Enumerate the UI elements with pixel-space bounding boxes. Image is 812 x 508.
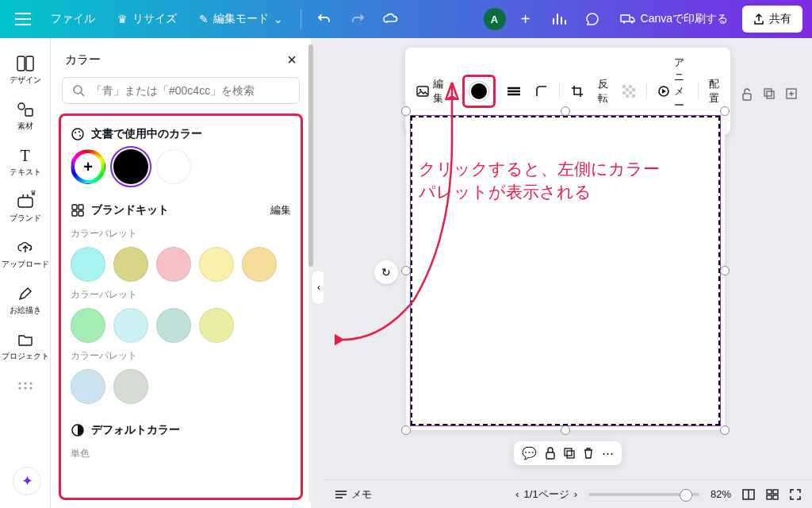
trash-icon[interactable]: [583, 447, 594, 460]
color-swatch[interactable]: [156, 149, 191, 184]
add-member-button[interactable]: +: [512, 6, 539, 33]
cloud-sync-icon[interactable]: [377, 6, 404, 33]
svg-rect-44: [767, 495, 772, 499]
folder-icon: [16, 330, 35, 349]
resize-handle[interactable]: [401, 425, 411, 435]
color-swatch[interactable]: [242, 247, 277, 282]
sync-button[interactable]: ↻: [374, 260, 398, 284]
menu-button[interactable]: [10, 6, 36, 33]
image-icon: [416, 86, 429, 97]
crop-button[interactable]: [568, 82, 587, 101]
annotation-highlight: [462, 75, 496, 108]
color-search[interactable]: [62, 77, 300, 104]
section-brand-kit: ブランドキット: [91, 203, 169, 217]
fill-color-button[interactable]: [466, 79, 492, 104]
rail-upload[interactable]: アップロード: [2, 232, 49, 276]
section-doc-colors: 文書で使用中のカラー: [91, 127, 202, 141]
border-style-button[interactable]: [504, 83, 524, 99]
comment-button[interactable]: [579, 6, 606, 33]
svg-rect-38: [546, 452, 554, 459]
edit-brand-button[interactable]: 編集: [270, 203, 291, 217]
svg-rect-5: [25, 109, 33, 116]
analytics-button[interactable]: [546, 6, 573, 33]
duplicate-page-button[interactable]: [763, 87, 776, 102]
resize-handle[interactable]: [561, 106, 570, 116]
rail-project[interactable]: プロジェクト: [2, 324, 49, 368]
rail-apps[interactable]: [2, 370, 49, 402]
more-icon[interactable]: ⋯: [602, 446, 614, 460]
svg-rect-23: [417, 87, 428, 96]
grid-icon: [16, 376, 35, 395]
color-swatch[interactable]: [113, 308, 148, 343]
rail-elements[interactable]: 素材: [2, 94, 49, 138]
color-swatch[interactable]: [156, 308, 191, 343]
print-button[interactable]: Canvaで印刷する: [612, 6, 736, 33]
palette-label: カラーパレット: [67, 287, 294, 308]
palette-icon: [71, 127, 85, 141]
svg-point-4: [18, 103, 25, 110]
color-swatch[interactable]: [113, 369, 148, 404]
comment-icon[interactable]: 💬: [522, 446, 537, 460]
resize-handle[interactable]: [401, 106, 411, 116]
edit-mode-menu[interactable]: ✎ 編集モード ⌄: [191, 6, 291, 33]
prev-page-button[interactable]: ‹: [515, 488, 519, 500]
color-swatch[interactable]: [113, 247, 148, 282]
floating-toolbar: 💬 ⋯: [514, 441, 622, 465]
lock-button[interactable]: [741, 87, 753, 102]
rail-design[interactable]: デザイン: [2, 48, 49, 92]
page-indicator: 1/1ページ: [524, 487, 569, 502]
lock-icon[interactable]: [545, 447, 556, 460]
flip-button[interactable]: 反転: [595, 74, 611, 109]
color-swatch[interactable]: [71, 369, 105, 404]
shapes-icon: [16, 100, 35, 119]
svg-point-15: [75, 132, 76, 133]
divider: [301, 10, 301, 29]
zoom-value: 82%: [710, 488, 731, 500]
color-swatch[interactable]: [199, 247, 234, 282]
resize-menu[interactable]: ♛ リサイズ: [109, 6, 185, 33]
corner-button[interactable]: [532, 82, 551, 101]
svg-point-10: [18, 387, 21, 390]
magic-button[interactable]: ✦: [13, 467, 41, 495]
add-color-button[interactable]: +: [71, 149, 105, 184]
text-icon: T: [16, 146, 35, 165]
svg-point-13: [74, 86, 82, 94]
color-swatch[interactable]: [113, 149, 148, 184]
view-thumbs-button[interactable]: [766, 489, 779, 500]
color-swatch[interactable]: [199, 308, 234, 343]
resize-handle[interactable]: [561, 425, 570, 435]
svg-rect-43: [773, 490, 778, 494]
svg-rect-39: [565, 448, 572, 456]
notes-button[interactable]: メモ: [335, 487, 372, 502]
share-button[interactable]: 共有: [742, 6, 802, 33]
rail-brand[interactable]: ♛ ブランド: [2, 186, 49, 230]
search-input[interactable]: [91, 84, 289, 97]
color-swatch[interactable]: [71, 247, 105, 282]
close-panel-button[interactable]: ×: [287, 51, 297, 69]
zoom-slider[interactable]: [588, 493, 699, 496]
duplicate-icon[interactable]: [564, 448, 575, 459]
redo-button[interactable]: [344, 6, 371, 33]
avatar[interactable]: A: [484, 8, 506, 30]
brand-kit-icon: [71, 203, 85, 217]
fullscreen-button[interactable]: [790, 489, 801, 500]
svg-rect-32: [632, 94, 635, 98]
view-grid-button[interactable]: [742, 489, 755, 500]
next-page-button[interactable]: ›: [574, 488, 577, 500]
edit-image-button[interactable]: 編集: [413, 74, 446, 109]
color-swatch[interactable]: [156, 247, 191, 282]
file-menu[interactable]: ファイル: [43, 6, 103, 33]
resize-handle[interactable]: [720, 106, 730, 116]
resize-handle[interactable]: [720, 425, 730, 435]
resize-handle[interactable]: [720, 266, 730, 275]
undo-button[interactable]: [311, 6, 338, 33]
position-button[interactable]: 配置: [706, 74, 722, 109]
brand-icon: ♛: [16, 192, 35, 211]
resize-handle[interactable]: [401, 266, 411, 275]
color-swatch[interactable]: [71, 308, 105, 343]
transparency-button[interactable]: [619, 82, 638, 101]
sparkle-icon: ✦: [21, 472, 33, 490]
add-page-button[interactable]: [785, 87, 798, 102]
rail-draw[interactable]: お絵描き: [2, 278, 49, 322]
rail-text[interactable]: T テキスト: [2, 140, 49, 184]
